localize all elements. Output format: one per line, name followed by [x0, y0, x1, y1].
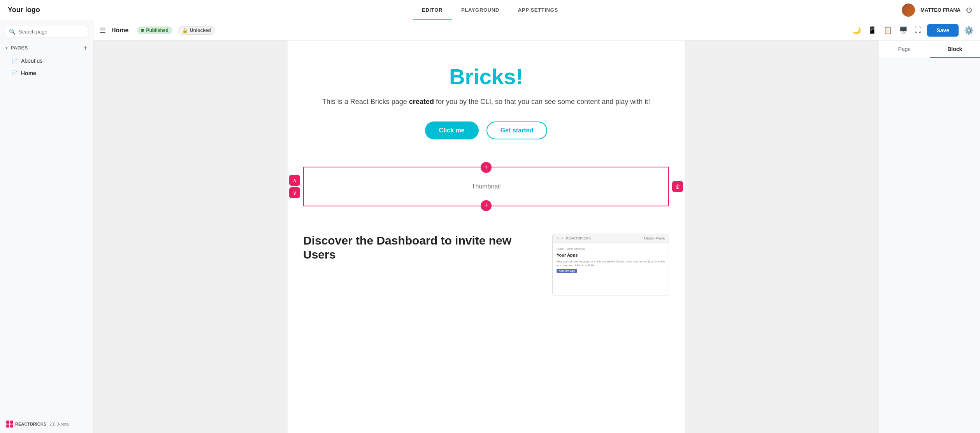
- avatar-image: [902, 4, 915, 17]
- sidebar-item-about-us[interactable]: 📄 About us: [2, 55, 91, 67]
- desktop-view-icon[interactable]: 🖥️: [899, 26, 908, 35]
- discover-section: Discover the Dashboard to invite new Use…: [288, 218, 685, 304]
- mock-nav-user-settings: User settings: [567, 247, 585, 250]
- move-down-button[interactable]: ∨: [289, 187, 300, 198]
- thumbnail-label: Thumbnail: [472, 183, 501, 190]
- sidebar-bottom: REACTBRICKS 2.0.0-beta: [0, 415, 93, 433]
- add-page-button[interactable]: +: [83, 44, 88, 51]
- rb-version: 2.0.0-beta: [49, 422, 69, 426]
- tablet-view-icon[interactable]: 📋: [883, 26, 892, 35]
- editor-toolbar: ☰ Home Published 🔓 Unlocked 🌙 📱 📋 🖥️ ⛶ S…: [93, 20, 980, 40]
- hero-subtitle: This is a React Bricks page created for …: [303, 96, 669, 107]
- view-mode-icons: 🌙 📱 📋 🖥️ ⛶: [852, 26, 922, 35]
- app-logo: Your logo: [8, 6, 40, 14]
- mock-browser-content: Apps User settings Your Apps Here you ca…: [553, 243, 669, 296]
- unlocked-label: Unlocked: [190, 28, 211, 33]
- nav-tab-editor[interactable]: EDITOR: [413, 0, 452, 20]
- nav-right: MATTEO FRANA ⏻: [902, 4, 972, 17]
- main-layout: 🔍 ▾ PAGES + 📄 About us 📄 Home REACTBRICK…: [0, 20, 980, 433]
- search-bar: 🔍: [5, 26, 88, 37]
- hero-buttons: Click me Get started: [303, 121, 669, 139]
- search-input[interactable]: [19, 29, 84, 35]
- delete-block-button[interactable]: 🗑: [672, 181, 683, 192]
- published-label: Published: [146, 28, 168, 33]
- sidebar: 🔍 ▾ PAGES + 📄 About us 📄 Home REACTBRICK…: [0, 20, 93, 433]
- tab-page[interactable]: Page: [879, 40, 930, 58]
- unlocked-badge[interactable]: 🔓 Unlocked: [178, 26, 215, 35]
- search-icon: 🔍: [9, 28, 16, 35]
- chevron-down-icon: ▾: [5, 46, 8, 50]
- hero-title: Bricks!: [303, 64, 669, 89]
- sidebar-item-home[interactable]: 📄 Home: [2, 67, 91, 79]
- rb-logo-text: REACTBRICKS: [15, 422, 46, 426]
- thumbnail-block-container: + ∧ ∨ Thumbnail 🗑 +: [303, 167, 669, 206]
- mock-header-left: REACTBRICKS: [566, 236, 591, 240]
- canvas: Bricks! This is a React Bricks page crea…: [288, 40, 685, 433]
- right-panel: Page Block: [879, 40, 980, 433]
- avatar: [902, 4, 915, 17]
- mobile-view-icon[interactable]: 📱: [868, 26, 876, 35]
- sidebar-item-label: Home: [21, 70, 36, 76]
- nav-tab-app-settings[interactable]: APP SETTINGS: [509, 0, 567, 20]
- mock-nav-apps: Apps: [557, 247, 564, 250]
- pages-label: PAGES: [11, 45, 28, 51]
- mock-header-right: Matteo Frana: [644, 236, 665, 240]
- block-order-controls: ∧ ∨: [289, 175, 300, 198]
- mock-dot-1: [557, 237, 559, 239]
- save-button[interactable]: Save: [927, 24, 959, 37]
- thumbnail-block: + ∧ ∨ Thumbnail 🗑 +: [303, 167, 669, 206]
- move-up-button[interactable]: ∧: [289, 175, 300, 186]
- page-icon: 📄: [12, 58, 18, 64]
- discover-text: Discover the Dashboard to invite new Use…: [303, 234, 537, 262]
- power-icon[interactable]: ⏻: [966, 7, 972, 14]
- add-block-bottom-button[interactable]: +: [481, 200, 492, 211]
- mock-description: Here you can see the apps for which you …: [557, 260, 665, 268]
- published-badge[interactable]: Published: [137, 26, 172, 34]
- fullscreen-icon[interactable]: ⛶: [915, 26, 922, 34]
- tab-block[interactable]: Block: [930, 40, 980, 58]
- page-title: Home: [111, 27, 128, 34]
- add-block-top-button[interactable]: +: [481, 162, 492, 173]
- dark-mode-icon[interactable]: 🌙: [852, 26, 861, 35]
- hamburger-icon[interactable]: ☰: [100, 26, 106, 35]
- mock-add-btn: Add new App: [557, 269, 577, 273]
- canvas-container: Bricks! This is a React Bricks page crea…: [93, 40, 879, 433]
- right-panel-tabs: Page Block: [879, 40, 980, 58]
- mock-your-apps: Your Apps: [557, 253, 665, 257]
- mock-browser-bar: REACTBRICKS Matteo Frana: [553, 234, 669, 243]
- hero-section: Bricks! This is a React Bricks page crea…: [288, 40, 685, 155]
- rb-logo-icon: [6, 421, 13, 428]
- nav-tabs: EDITOR PLAYGROUND APP SETTINGS: [413, 0, 567, 20]
- get-started-button[interactable]: Get started: [486, 121, 547, 139]
- top-nav: Your logo EDITOR PLAYGROUND APP SETTINGS…: [0, 0, 980, 20]
- discover-image: REACTBRICKS Matteo Frana Apps User setti…: [552, 234, 669, 296]
- lock-icon: 🔓: [182, 28, 188, 33]
- discover-title: Discover the Dashboard to invite new Use…: [303, 234, 537, 262]
- user-name: MATTEO FRANA: [920, 7, 961, 13]
- pages-section-header: ▾ PAGES +: [0, 41, 93, 55]
- nav-tab-playground[interactable]: PLAYGROUND: [452, 0, 509, 20]
- reactbricks-logo: REACTBRICKS: [6, 421, 46, 428]
- page-icon: 📄: [12, 70, 18, 76]
- canvas-panel-row: Bricks! This is a React Bricks page crea…: [93, 40, 980, 433]
- editor-area: ☰ Home Published 🔓 Unlocked 🌙 📱 📋 🖥️ ⛶ S…: [93, 20, 980, 433]
- sidebar-item-label: About us: [21, 58, 42, 64]
- status-dot-icon: [141, 29, 144, 32]
- click-me-button[interactable]: Click me: [425, 121, 479, 139]
- settings-icon[interactable]: ⚙️: [964, 26, 974, 35]
- mock-dot-2: [561, 237, 564, 239]
